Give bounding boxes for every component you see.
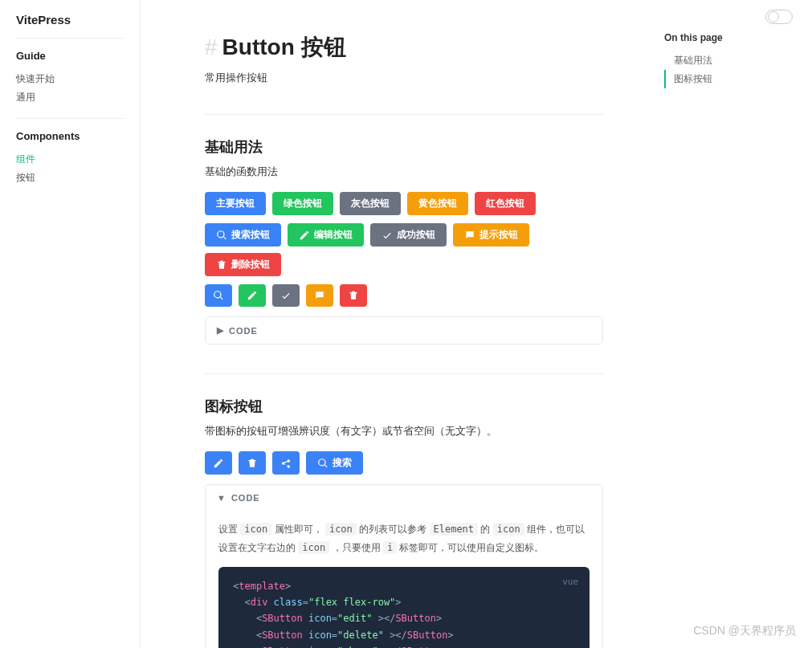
search-button[interactable]: 搜索按钮 <box>205 223 281 247</box>
yellow-button[interactable]: 黄色按钮 <box>407 192 468 215</box>
tip-button[interactable]: 提示按钮 <box>453 223 529 247</box>
code-toggle-icon[interactable]: ▼ CODE <box>206 485 602 511</box>
page-title: # Button 按钮 <box>205 32 603 63</box>
section-icon-desc: 带图标的按钮可增强辨识度（有文字）或节省空间（无文字）。 <box>205 424 603 438</box>
caret-down-icon: ▼ <box>217 493 226 503</box>
check-icon <box>280 290 292 301</box>
search-labeled-button[interactable]: 搜索 <box>306 451 363 475</box>
section-basic-title: 基础用法 <box>205 137 603 157</box>
divider <box>205 373 603 374</box>
hash-icon: # <box>205 35 218 60</box>
message-icon-button[interactable] <box>306 284 333 307</box>
brand[interactable]: VitePress <box>16 13 124 39</box>
delete-icon-button[interactable] <box>239 451 266 475</box>
main-content: # Button 按钮 常用操作按钮 基础用法 基础的函数用法 主要按钮 绿色按… <box>141 0 651 648</box>
delete-icon <box>348 290 359 301</box>
code-box-icon: ▼ CODE 设置 icon 属性即可， icon 的列表可以参考 Elemen… <box>205 484 603 648</box>
edit-icon-button[interactable] <box>205 451 232 475</box>
edit-icon <box>299 230 310 241</box>
watermark: CSDN @天界程序员 <box>693 624 796 638</box>
share-icon <box>280 458 292 469</box>
sidebar-item-components[interactable]: 组件 <box>16 150 124 169</box>
toc-item-basic[interactable]: 基础用法 <box>664 51 799 70</box>
sidebar-item-quickstart[interactable]: 快速开始 <box>16 70 124 88</box>
sidebar: VitePress Guide 快速开始 通用 Components 组件 按钮 <box>0 0 141 648</box>
caret-right-icon: ▶ <box>217 325 224 336</box>
delete-icon <box>216 259 227 271</box>
green-button[interactable]: 绿色按钮 <box>272 192 333 215</box>
sidebar-group-components: Components <box>16 130 124 142</box>
primary-button[interactable]: 主要按钮 <box>205 192 266 215</box>
sidebar-item-button[interactable]: 按钮 <box>16 169 124 187</box>
toc-item-icon[interactable]: 图标按钮 <box>664 70 799 88</box>
delete-icon-button[interactable] <box>340 284 367 307</box>
section-basic-desc: 基础的函数用法 <box>205 165 603 179</box>
red-button[interactable]: 红色按钮 <box>475 192 536 215</box>
search-icon <box>317 458 328 469</box>
page-subtitle: 常用操作按钮 <box>205 71 603 85</box>
search-icon <box>216 230 227 241</box>
search-icon <box>213 290 224 301</box>
delete-button[interactable]: 删除按钮 <box>205 253 281 276</box>
edit-icon-button[interactable] <box>239 284 266 307</box>
check-icon <box>382 230 393 241</box>
code-box-basic: ▶ CODE <box>205 316 603 344</box>
edit-icon <box>213 458 224 469</box>
code-lang: vue <box>562 575 578 590</box>
success-button[interactable]: 成功按钮 <box>370 223 447 247</box>
search-icon-button[interactable] <box>205 284 232 307</box>
check-icon-button[interactable] <box>272 284 300 307</box>
message-icon <box>464 230 475 241</box>
toc-title: On this page <box>664 32 799 43</box>
gray-button[interactable]: 灰色按钮 <box>340 192 401 215</box>
sidebar-item-general[interactable]: 通用 <box>16 88 124 107</box>
delete-icon <box>247 458 258 469</box>
page-title-text: Button 按钮 <box>222 32 346 63</box>
code-desc: 设置 icon 属性即可， icon 的列表可以参考 Element 的 ico… <box>218 520 590 557</box>
share-icon-button[interactable] <box>272 451 300 475</box>
code-toggle-basic[interactable]: ▶ CODE <box>206 317 602 344</box>
sidebar-group-guide: Guide <box>16 50 124 62</box>
code-block: vue<template> <div class="flex flex-row"… <box>218 567 590 648</box>
aside-toc: On this page 基础用法 图标按钮 <box>651 0 812 648</box>
edit-button[interactable]: 编辑按钮 <box>288 223 364 247</box>
message-icon <box>314 290 325 301</box>
section-icon-title: 图标按钮 <box>205 397 603 416</box>
edit-icon <box>247 290 258 301</box>
divider <box>205 114 603 115</box>
theme-toggle[interactable] <box>765 10 793 24</box>
